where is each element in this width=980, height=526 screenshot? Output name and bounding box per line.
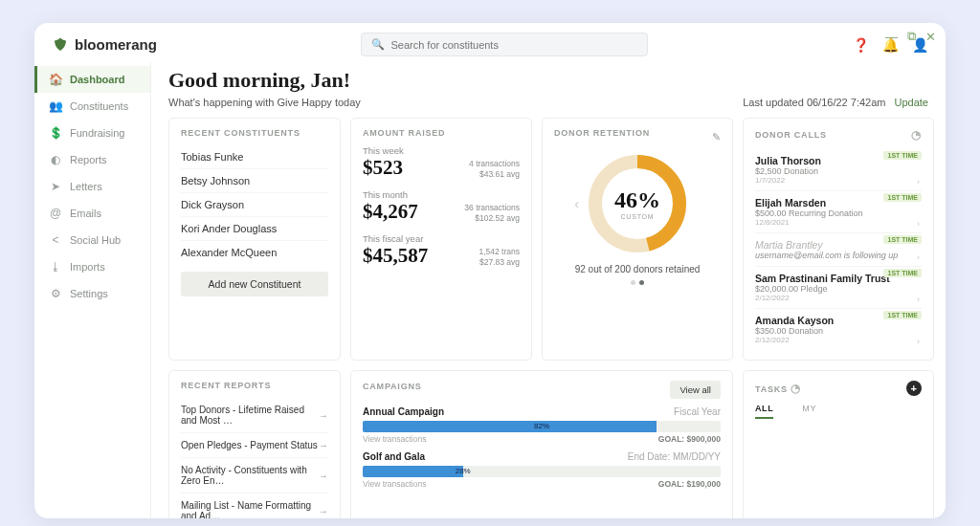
progress-bar: 82% xyxy=(363,421,721,432)
constituent-row[interactable]: Betsy Johnson xyxy=(181,169,328,193)
progress-label: 28% xyxy=(456,466,471,477)
campaign-row: Annual CampaignFiscal Year 82% View tran… xyxy=(363,406,721,444)
chevron-right-icon: › xyxy=(917,295,920,304)
window-controls: — ⧉ ✕ xyxy=(885,29,936,44)
report-name: Mailing List - Name Formatting and Ad… xyxy=(181,500,319,518)
prev-arrow-icon[interactable]: ‹ xyxy=(574,196,579,211)
arrow-right-icon: → xyxy=(319,471,328,481)
help-icon[interactable]: ❓ xyxy=(853,37,869,53)
chart-icon[interactable]: ◔ xyxy=(791,382,801,395)
constituent-row[interactable]: Tobias Funke xyxy=(181,145,328,169)
call-desc: username@email.com is following up xyxy=(755,251,922,260)
donor-call-row[interactable]: Amanda Kayson $350.00 Donation 2/12/2022… xyxy=(755,309,922,350)
sidebar-item-label: Imports xyxy=(70,261,105,273)
sidebar-item-label: Fundraising xyxy=(70,127,124,139)
view-all-button[interactable]: View all xyxy=(670,381,721,399)
retention-footer: 92 out of 200 donors retained xyxy=(575,264,701,274)
card-title: DONOR RETENTION xyxy=(554,128,650,138)
topbar: bloomerang 🔍 ❓ 🔔 👤 xyxy=(34,23,946,62)
chevron-right-icon: › xyxy=(917,177,920,186)
carousel-dots xyxy=(631,280,644,285)
metric-value: $4,267 xyxy=(363,200,418,224)
sidebar-item-social-hub[interactable]: <Social Hub xyxy=(34,227,150,253)
donor-retention-card: DONOR RETENTION ✎ ‹ 46% CUSTOM xyxy=(542,118,733,361)
sidebar: 🏠Dashboard 👥Constituents 💲Fundraising ◐R… xyxy=(34,62,151,518)
donor-call-row[interactable]: Martia Brantley username@email.com is fo… xyxy=(755,233,922,267)
first-time-badge: 1ST TIME xyxy=(883,193,922,202)
brand-logo[interactable]: bloomerang xyxy=(52,36,157,54)
chart-icon: ◐ xyxy=(49,153,62,166)
sidebar-item-label: Emails xyxy=(70,208,101,219)
call-date: 12/8/2021 xyxy=(755,218,922,227)
sidebar-item-fundraising[interactable]: 💲Fundraising xyxy=(34,120,150,146)
arrow-right-icon: → xyxy=(319,410,328,421)
search-field[interactable] xyxy=(390,39,637,51)
donor-call-row[interactable]: Sam Prastinani Family Trust $20,000.00 P… xyxy=(755,267,922,309)
sidebar-item-reports[interactable]: ◐Reports xyxy=(34,146,150,173)
constituent-row[interactable]: Alexander McQueen xyxy=(181,241,328,264)
dot[interactable] xyxy=(639,280,644,285)
search-input[interactable]: 🔍 xyxy=(361,33,648,56)
dollar-icon: 💲 xyxy=(49,126,62,140)
campaign-name: Golf and Gala xyxy=(363,451,425,462)
report-row[interactable]: No Activity - Constituents with Zero En…… xyxy=(181,458,328,493)
minimize-icon[interactable]: — xyxy=(885,30,898,44)
update-link[interactable]: Update xyxy=(895,97,928,108)
view-transactions-link[interactable]: View transactions xyxy=(363,434,426,444)
sidebar-item-constituents[interactable]: 👥Constituents xyxy=(34,93,150,120)
metric-label: This fiscal year xyxy=(363,233,520,244)
sidebar-item-dashboard[interactable]: 🏠Dashboard xyxy=(34,66,150,93)
sidebar-item-label: Reports xyxy=(70,154,107,165)
retention-donut-chart: 46% CUSTOM xyxy=(585,151,690,256)
sidebar-item-emails[interactable]: @Emails xyxy=(34,200,150,227)
donor-call-row[interactable]: Julia Thorson $2,500 Donation 1/7/2022 1… xyxy=(755,149,922,191)
download-icon: ⭳ xyxy=(49,260,62,274)
sidebar-item-label: Dashboard xyxy=(70,74,124,85)
report-row[interactable]: Top Donors - Lifetime Raised and Most …→ xyxy=(181,398,328,433)
sidebar-item-settings[interactable]: ⚙Settings xyxy=(34,280,150,307)
tab-my[interactable]: MY xyxy=(802,404,816,419)
metric-value: $523 xyxy=(363,156,403,180)
call-desc: $500.00 Recurring Donation xyxy=(755,208,922,218)
gear-icon: ⚙ xyxy=(49,287,62,300)
first-time-badge: 1ST TIME xyxy=(883,151,922,160)
chevron-right-icon: › xyxy=(917,219,920,229)
add-constituent-button[interactable]: Add new Constituent xyxy=(181,272,328,296)
maximize-icon[interactable]: ⧉ xyxy=(907,29,916,44)
home-icon: 🏠 xyxy=(49,73,62,86)
amount-raised-card: AMOUNT RAISED This week $523 4 transacti… xyxy=(350,118,532,361)
card-title: DONOR CALLS xyxy=(755,130,827,140)
recent-constituents-card: RECENT CONSTITUENTS Tobias Funke Betsy J… xyxy=(168,118,341,361)
sidebar-item-label: Letters xyxy=(70,181,102,192)
close-icon[interactable]: ✕ xyxy=(925,30,936,44)
card-title: AMOUNT RAISED xyxy=(363,128,520,138)
card-title: RECENT REPORTS xyxy=(181,381,328,390)
app-window: — ⧉ ✕ bloomerang 🔍 ❓ 🔔 👤 🏠Dashboard 👥Con… xyxy=(34,23,946,518)
donor-calls-card: DONOR CALLS◔ Julia Thorson $2,500 Donati… xyxy=(743,118,934,361)
constituent-row[interactable]: Kori Ander Douglass xyxy=(181,217,328,241)
donor-call-row[interactable]: Elijah Marsden $500.00 Recurring Donatio… xyxy=(755,191,922,233)
campaigns-card: CAMPAIGNS View all Annual CampaignFiscal… xyxy=(350,370,733,518)
edit-icon[interactable]: ✎ xyxy=(712,131,721,143)
constituent-row[interactable]: Dick Grayson xyxy=(181,193,328,217)
card-title: CAMPAIGNS xyxy=(363,382,422,391)
sidebar-item-imports[interactable]: ⭳Imports xyxy=(34,253,150,280)
campaign-end: Fiscal Year xyxy=(674,406,721,417)
metric-sub: 1,542 trans$27.83 avg xyxy=(479,247,520,268)
metric-sub: 36 transactions$102.52 avg xyxy=(464,203,520,224)
view-transactions-link[interactable]: View transactions xyxy=(363,479,426,489)
recent-reports-card: RECENT REPORTS Top Donors - Lifetime Rai… xyxy=(168,370,341,518)
chart-icon[interactable]: ◔ xyxy=(911,128,922,142)
report-row[interactable]: Mailing List - Name Formatting and Ad…→ xyxy=(181,493,328,518)
people-icon: 👥 xyxy=(49,99,62,113)
metric-label: This week xyxy=(363,145,520,156)
report-row[interactable]: Open Pledges - Payment Status→ xyxy=(181,433,328,458)
search-icon: 🔍 xyxy=(371,38,385,51)
main-content: Good morning, Jan! What's happening with… xyxy=(151,62,946,518)
sidebar-item-letters[interactable]: ➤Letters xyxy=(34,173,150,200)
tab-all[interactable]: ALL xyxy=(755,404,773,419)
add-task-button[interactable]: + xyxy=(906,381,922,396)
dot[interactable] xyxy=(631,280,635,285)
call-date: 2/12/2022 xyxy=(755,294,922,302)
chevron-right-icon: › xyxy=(917,252,920,262)
